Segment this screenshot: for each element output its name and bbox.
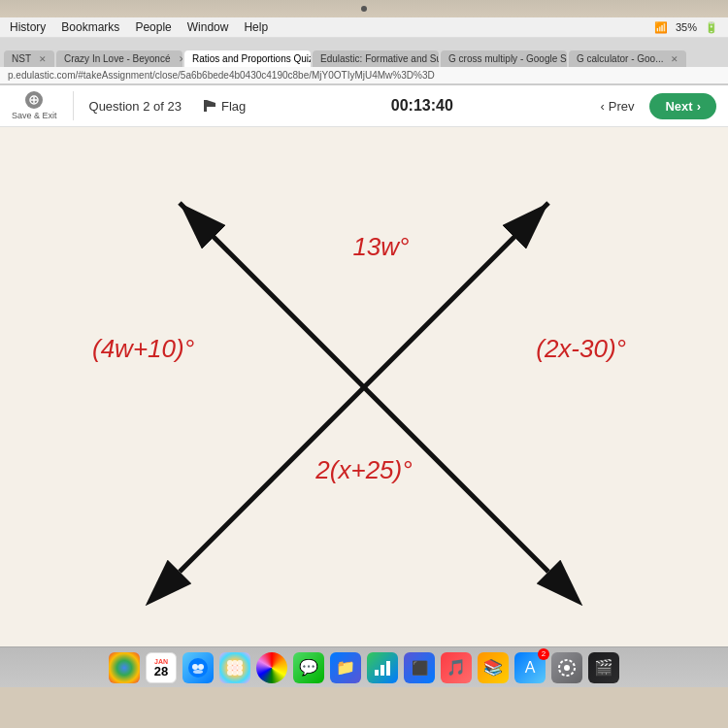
tab-crossmult-label: G cross multiply - Google S... xyxy=(448,53,567,64)
save-icon xyxy=(25,91,43,109)
dock-charts-wrapper xyxy=(367,652,398,683)
appstore-badge: 2 xyxy=(538,648,549,660)
prev-label: Prev xyxy=(609,99,635,114)
prev-chevron-icon: ‹ xyxy=(600,99,604,114)
timer-display: 00:13:40 xyxy=(391,97,453,115)
dock-music[interactable]: 🎵 xyxy=(441,652,472,683)
dock-files[interactable]: 📁 xyxy=(330,652,361,683)
laptop-bezel xyxy=(0,0,728,17)
camera-dot xyxy=(361,6,367,12)
dock: JAN 28 � xyxy=(0,646,728,687)
menu-bar: History Bookmarks People Window Help 📶 3… xyxy=(0,17,728,38)
tab-edulastic[interactable]: Edulastic: Formative and Su... ✕ xyxy=(313,50,439,67)
next-button[interactable]: Next › xyxy=(649,93,716,119)
dock-messages[interactable]: 💬 xyxy=(293,652,324,683)
svg-marker-4 xyxy=(207,100,215,107)
browser-chrome: History Bookmarks People Window Help 📶 3… xyxy=(0,17,728,85)
menu-people[interactable]: People xyxy=(135,20,171,34)
next-chevron-icon: › xyxy=(697,99,701,114)
label-2x30: (2x-30)° xyxy=(536,334,626,364)
flag-label: Flag xyxy=(221,99,246,114)
dock-photos[interactable] xyxy=(256,652,287,683)
tab-bar: NST ✕ Crazy In Love - Beyoncé ✕ Ratios a… xyxy=(0,38,728,67)
svg-rect-3 xyxy=(204,100,207,112)
prev-button[interactable]: ‹ Prev xyxy=(592,95,642,117)
tab-nst[interactable]: NST ✕ xyxy=(4,50,54,67)
tab-ratios[interactable]: Ratios and Proportions Quiz ✕ xyxy=(184,50,311,67)
dock-charts[interactable] xyxy=(367,652,398,683)
save-exit-label: Save & Exit xyxy=(12,111,57,120)
address-bar[interactable]: p.edulastic.com/#takeAssignment/close/5a… xyxy=(0,67,728,84)
question-info: Question 2 of 23 xyxy=(89,99,182,114)
tab-edulastic-label: Edulastic: Formative and Su... xyxy=(320,53,439,64)
label-13w: 13w° xyxy=(352,232,409,262)
tab-calculator-close[interactable]: ✕ xyxy=(671,54,678,64)
menu-window[interactable]: Window xyxy=(187,20,229,34)
tab-nst-label: NST xyxy=(12,53,31,64)
dock-launchpad[interactable] xyxy=(219,652,250,683)
tab-nst-close[interactable]: ✕ xyxy=(39,54,47,64)
tab-ratios-label: Ratios and Proportions Quiz xyxy=(192,53,311,64)
svg-point-9 xyxy=(188,658,208,678)
tab-calculator-label: G calculator - Goo... xyxy=(577,53,663,64)
dock-calendar[interactable]: JAN 28 xyxy=(146,652,177,683)
svg-rect-23 xyxy=(381,665,384,676)
menu-history[interactable]: History xyxy=(10,20,46,34)
dock-imovie[interactable]: 🎬 xyxy=(588,652,619,683)
svg-point-10 xyxy=(192,664,198,670)
tab-crossmult[interactable]: G cross multiply - Google S... ✕ xyxy=(441,50,567,67)
wifi-icon: 📶 xyxy=(654,21,668,34)
save-exit-button[interactable]: Save & Exit xyxy=(12,91,57,120)
nav-buttons: ‹ Prev Next › xyxy=(592,93,716,119)
battery-level: 35% xyxy=(676,21,697,33)
screen: History Bookmarks People Window Help 📶 3… xyxy=(0,17,728,687)
svg-point-11 xyxy=(198,664,204,670)
svg-rect-24 xyxy=(386,661,390,676)
dock-books[interactable]: 📚 xyxy=(478,652,509,683)
toolbar-divider xyxy=(73,91,74,120)
svg-point-21 xyxy=(237,670,243,676)
svg-point-25 xyxy=(564,665,570,671)
label-2x25: 2(x+25)° xyxy=(315,455,412,485)
next-label: Next xyxy=(665,99,692,114)
address-text: p.edulastic.com/#takeAssignment/close/5a… xyxy=(8,70,435,81)
dock-airplay[interactable]: ⬛ xyxy=(404,652,435,683)
dock-chrome[interactable] xyxy=(109,652,140,683)
diagram-container: 13w° (4w+10)° (2x-30)° 2(x+25)° xyxy=(73,154,655,620)
flag-button[interactable]: Flag xyxy=(197,96,251,116)
menu-right: 📶 35% 🔋 xyxy=(654,21,718,34)
app-toolbar: Save & Exit Question 2 of 23 Flag 00:13:… xyxy=(0,85,728,127)
tab-crazy-label: Crazy In Love - Beyoncé xyxy=(64,53,171,64)
dock-finder[interactable] xyxy=(182,652,214,683)
tab-crazy[interactable]: Crazy In Love - Beyoncé ✕ xyxy=(56,50,182,67)
dock-settings[interactable] xyxy=(551,652,582,683)
diagram-svg xyxy=(73,154,655,620)
menu-help[interactable]: Help xyxy=(244,20,268,34)
main-content: 13w° (4w+10)° (2x-30)° 2(x+25)° xyxy=(0,127,728,646)
svg-rect-22 xyxy=(375,670,379,676)
svg-point-12 xyxy=(193,670,203,674)
battery-icon: 🔋 xyxy=(705,21,718,34)
dock-appstore-wrapper: A 2 xyxy=(514,652,546,683)
tab-crazy-close[interactable]: ✕ xyxy=(179,54,183,64)
tab-calculator[interactable]: G calculator - Goo... ✕ xyxy=(569,50,686,67)
menu-bookmarks[interactable]: Bookmarks xyxy=(61,20,119,34)
label-4w10: (4w+10)° xyxy=(92,334,194,364)
